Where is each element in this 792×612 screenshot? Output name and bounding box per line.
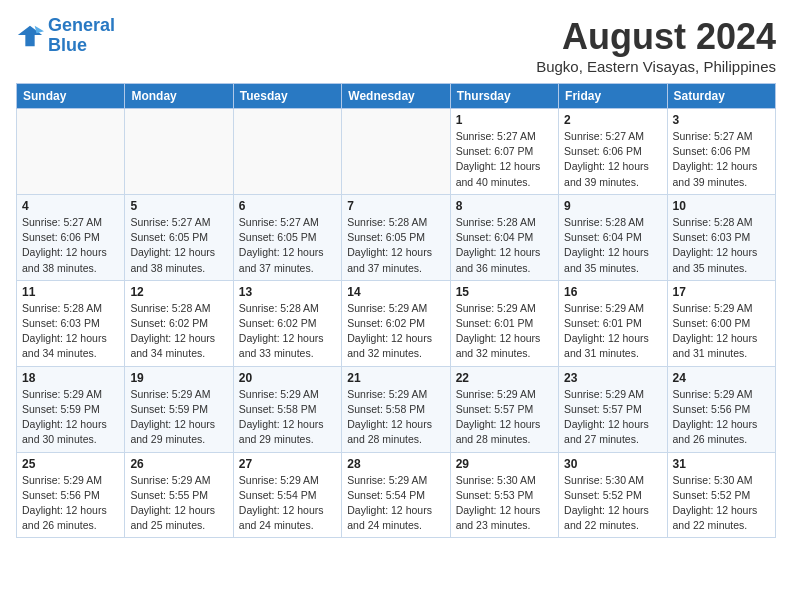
- day-info: Sunrise: 5:29 AMSunset: 5:57 PMDaylight:…: [456, 387, 553, 448]
- calendar-body: 1Sunrise: 5:27 AMSunset: 6:07 PMDaylight…: [17, 109, 776, 538]
- day-number: 25: [22, 457, 119, 471]
- header-saturday: Saturday: [667, 84, 775, 109]
- calendar-cell: [125, 109, 233, 195]
- day-info: Sunrise: 5:27 AMSunset: 6:06 PMDaylight:…: [22, 215, 119, 276]
- calendar-cell: 27Sunrise: 5:29 AMSunset: 5:54 PMDayligh…: [233, 452, 341, 538]
- calendar-cell: 7Sunrise: 5:28 AMSunset: 6:05 PMDaylight…: [342, 194, 450, 280]
- calendar-cell: 18Sunrise: 5:29 AMSunset: 5:59 PMDayligh…: [17, 366, 125, 452]
- day-number: 11: [22, 285, 119, 299]
- day-info: Sunrise: 5:29 AMSunset: 5:56 PMDaylight:…: [673, 387, 770, 448]
- day-number: 24: [673, 371, 770, 385]
- day-info: Sunrise: 5:30 AMSunset: 5:52 PMDaylight:…: [673, 473, 770, 534]
- day-info: Sunrise: 5:28 AMSunset: 6:04 PMDaylight:…: [564, 215, 661, 276]
- header-friday: Friday: [559, 84, 667, 109]
- day-info: Sunrise: 5:29 AMSunset: 5:55 PMDaylight:…: [130, 473, 227, 534]
- week-row-2: 11Sunrise: 5:28 AMSunset: 6:03 PMDayligh…: [17, 280, 776, 366]
- day-info: Sunrise: 5:28 AMSunset: 6:05 PMDaylight:…: [347, 215, 444, 276]
- calendar-cell: 29Sunrise: 5:30 AMSunset: 5:53 PMDayligh…: [450, 452, 558, 538]
- calendar-cell: 16Sunrise: 5:29 AMSunset: 6:01 PMDayligh…: [559, 280, 667, 366]
- logo: General Blue: [16, 16, 115, 56]
- header-wednesday: Wednesday: [342, 84, 450, 109]
- calendar-cell: 28Sunrise: 5:29 AMSunset: 5:54 PMDayligh…: [342, 452, 450, 538]
- day-info: Sunrise: 5:30 AMSunset: 5:52 PMDaylight:…: [564, 473, 661, 534]
- calendar-cell: 12Sunrise: 5:28 AMSunset: 6:02 PMDayligh…: [125, 280, 233, 366]
- day-info: Sunrise: 5:27 AMSunset: 6:06 PMDaylight:…: [564, 129, 661, 190]
- day-number: 5: [130, 199, 227, 213]
- calendar-cell: 9Sunrise: 5:28 AMSunset: 6:04 PMDaylight…: [559, 194, 667, 280]
- week-row-1: 4Sunrise: 5:27 AMSunset: 6:06 PMDaylight…: [17, 194, 776, 280]
- calendar-cell: 3Sunrise: 5:27 AMSunset: 6:06 PMDaylight…: [667, 109, 775, 195]
- calendar-cell: 24Sunrise: 5:29 AMSunset: 5:56 PMDayligh…: [667, 366, 775, 452]
- day-number: 17: [673, 285, 770, 299]
- day-info: Sunrise: 5:29 AMSunset: 6:01 PMDaylight:…: [564, 301, 661, 362]
- day-number: 6: [239, 199, 336, 213]
- calendar-table: SundayMondayTuesdayWednesdayThursdayFrid…: [16, 83, 776, 538]
- day-number: 19: [130, 371, 227, 385]
- calendar-cell: 19Sunrise: 5:29 AMSunset: 5:59 PMDayligh…: [125, 366, 233, 452]
- calendar-cell: 20Sunrise: 5:29 AMSunset: 5:58 PMDayligh…: [233, 366, 341, 452]
- day-info: Sunrise: 5:29 AMSunset: 5:54 PMDaylight:…: [239, 473, 336, 534]
- day-info: Sunrise: 5:29 AMSunset: 6:01 PMDaylight:…: [456, 301, 553, 362]
- day-number: 26: [130, 457, 227, 471]
- calendar-cell: 31Sunrise: 5:30 AMSunset: 5:52 PMDayligh…: [667, 452, 775, 538]
- calendar-cell: 8Sunrise: 5:28 AMSunset: 6:04 PMDaylight…: [450, 194, 558, 280]
- logo-line1: General: [48, 15, 115, 35]
- calendar-cell: 10Sunrise: 5:28 AMSunset: 6:03 PMDayligh…: [667, 194, 775, 280]
- calendar-cell: 22Sunrise: 5:29 AMSunset: 5:57 PMDayligh…: [450, 366, 558, 452]
- calendar-cell: 1Sunrise: 5:27 AMSunset: 6:07 PMDaylight…: [450, 109, 558, 195]
- day-info: Sunrise: 5:29 AMSunset: 6:02 PMDaylight:…: [347, 301, 444, 362]
- day-number: 9: [564, 199, 661, 213]
- calendar-header: SundayMondayTuesdayWednesdayThursdayFrid…: [17, 84, 776, 109]
- day-number: 14: [347, 285, 444, 299]
- week-row-4: 25Sunrise: 5:29 AMSunset: 5:56 PMDayligh…: [17, 452, 776, 538]
- day-info: Sunrise: 5:28 AMSunset: 6:03 PMDaylight:…: [22, 301, 119, 362]
- day-info: Sunrise: 5:30 AMSunset: 5:53 PMDaylight:…: [456, 473, 553, 534]
- day-number: 20: [239, 371, 336, 385]
- week-row-3: 18Sunrise: 5:29 AMSunset: 5:59 PMDayligh…: [17, 366, 776, 452]
- day-number: 1: [456, 113, 553, 127]
- calendar-cell: 21Sunrise: 5:29 AMSunset: 5:58 PMDayligh…: [342, 366, 450, 452]
- day-number: 28: [347, 457, 444, 471]
- calendar-cell: 23Sunrise: 5:29 AMSunset: 5:57 PMDayligh…: [559, 366, 667, 452]
- header-row: SundayMondayTuesdayWednesdayThursdayFrid…: [17, 84, 776, 109]
- day-number: 22: [456, 371, 553, 385]
- calendar-cell: 13Sunrise: 5:28 AMSunset: 6:02 PMDayligh…: [233, 280, 341, 366]
- calendar-cell: [233, 109, 341, 195]
- day-number: 10: [673, 199, 770, 213]
- calendar-cell: [17, 109, 125, 195]
- header-monday: Monday: [125, 84, 233, 109]
- day-number: 29: [456, 457, 553, 471]
- day-number: 7: [347, 199, 444, 213]
- day-info: Sunrise: 5:29 AMSunset: 5:59 PMDaylight:…: [22, 387, 119, 448]
- day-number: 30: [564, 457, 661, 471]
- day-number: 13: [239, 285, 336, 299]
- day-info: Sunrise: 5:29 AMSunset: 5:57 PMDaylight:…: [564, 387, 661, 448]
- location-subtitle: Bugko, Eastern Visayas, Philippines: [536, 58, 776, 75]
- calendar-cell: 5Sunrise: 5:27 AMSunset: 6:05 PMDaylight…: [125, 194, 233, 280]
- day-info: Sunrise: 5:27 AMSunset: 6:05 PMDaylight:…: [239, 215, 336, 276]
- day-info: Sunrise: 5:28 AMSunset: 6:02 PMDaylight:…: [239, 301, 336, 362]
- day-info: Sunrise: 5:28 AMSunset: 6:03 PMDaylight:…: [673, 215, 770, 276]
- day-number: 4: [22, 199, 119, 213]
- day-info: Sunrise: 5:28 AMSunset: 6:02 PMDaylight:…: [130, 301, 227, 362]
- calendar-cell: 15Sunrise: 5:29 AMSunset: 6:01 PMDayligh…: [450, 280, 558, 366]
- logo-icon: [16, 22, 44, 50]
- day-info: Sunrise: 5:27 AMSunset: 6:05 PMDaylight:…: [130, 215, 227, 276]
- day-number: 8: [456, 199, 553, 213]
- header-sunday: Sunday: [17, 84, 125, 109]
- calendar-cell: 30Sunrise: 5:30 AMSunset: 5:52 PMDayligh…: [559, 452, 667, 538]
- day-number: 23: [564, 371, 661, 385]
- day-number: 21: [347, 371, 444, 385]
- day-info: Sunrise: 5:29 AMSunset: 5:59 PMDaylight:…: [130, 387, 227, 448]
- calendar-cell: 4Sunrise: 5:27 AMSunset: 6:06 PMDaylight…: [17, 194, 125, 280]
- calendar-cell: 14Sunrise: 5:29 AMSunset: 6:02 PMDayligh…: [342, 280, 450, 366]
- day-info: Sunrise: 5:27 AMSunset: 6:07 PMDaylight:…: [456, 129, 553, 190]
- day-number: 27: [239, 457, 336, 471]
- logo-text: General Blue: [48, 16, 115, 56]
- title-block: August 2024 Bugko, Eastern Visayas, Phil…: [536, 16, 776, 75]
- calendar-cell: 25Sunrise: 5:29 AMSunset: 5:56 PMDayligh…: [17, 452, 125, 538]
- day-info: Sunrise: 5:27 AMSunset: 6:06 PMDaylight:…: [673, 129, 770, 190]
- calendar-cell: 11Sunrise: 5:28 AMSunset: 6:03 PMDayligh…: [17, 280, 125, 366]
- day-number: 12: [130, 285, 227, 299]
- calendar-cell: 26Sunrise: 5:29 AMSunset: 5:55 PMDayligh…: [125, 452, 233, 538]
